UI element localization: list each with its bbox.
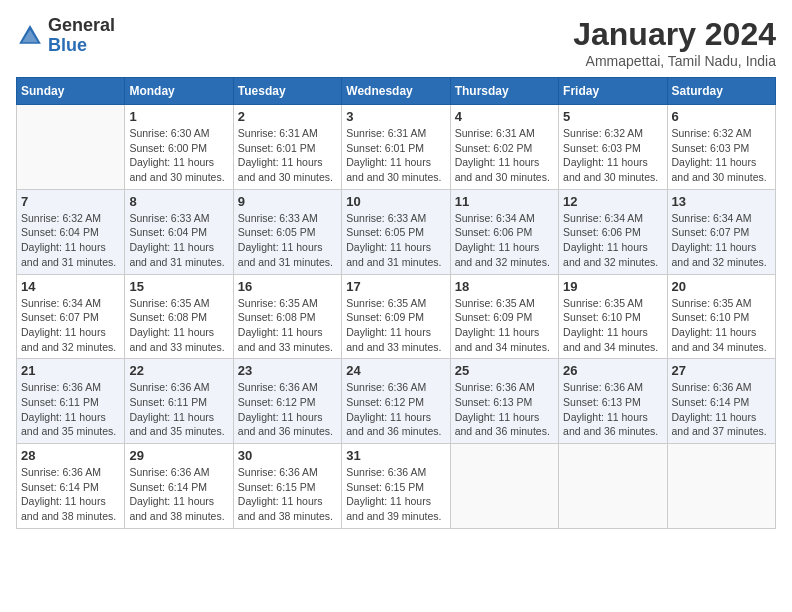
sunset-text: Sunset: 6:04 PM [21,226,99,238]
table-row: 22Sunrise: 6:36 AMSunset: 6:11 PMDayligh… [125,359,233,444]
day-number: 31 [346,448,445,463]
sunrise-text: Sunrise: 6:34 AM [21,297,101,309]
daylight-minutes-text: and and 30 minutes. [455,171,550,183]
daylight-minutes-text: and and 31 minutes. [129,256,224,268]
daylight-minutes-text: and and 30 minutes. [672,171,767,183]
daylight-minutes-text: and and 37 minutes. [672,425,767,437]
sunset-text: Sunset: 6:03 PM [563,142,641,154]
table-row [667,444,775,529]
table-row: 18Sunrise: 6:35 AMSunset: 6:09 PMDayligh… [450,274,558,359]
daylight-minutes-text: and and 35 minutes. [129,425,224,437]
day-number: 5 [563,109,662,124]
table-row: 15Sunrise: 6:35 AMSunset: 6:08 PMDayligh… [125,274,233,359]
sunset-text: Sunset: 6:15 PM [238,481,316,493]
sunrise-text: Sunrise: 6:36 AM [129,381,209,393]
day-info: Sunrise: 6:35 AMSunset: 6:10 PMDaylight:… [563,296,662,355]
daylight-hours-text: Daylight: 11 hours [238,326,323,338]
sunset-text: Sunset: 6:13 PM [455,396,533,408]
day-number: 20 [672,279,771,294]
day-number: 2 [238,109,337,124]
table-row: 26Sunrise: 6:36 AMSunset: 6:13 PMDayligh… [559,359,667,444]
daylight-hours-text: Daylight: 11 hours [346,411,431,423]
daylight-hours-text: Daylight: 11 hours [455,156,540,168]
day-info: Sunrise: 6:33 AMSunset: 6:05 PMDaylight:… [346,211,445,270]
sunrise-text: Sunrise: 6:36 AM [129,466,209,478]
sunrise-text: Sunrise: 6:34 AM [455,212,535,224]
table-row: 9Sunrise: 6:33 AMSunset: 6:05 PMDaylight… [233,189,341,274]
calendar-week-row: 21Sunrise: 6:36 AMSunset: 6:11 PMDayligh… [17,359,776,444]
day-info: Sunrise: 6:34 AMSunset: 6:07 PMDaylight:… [672,211,771,270]
daylight-hours-text: Daylight: 11 hours [346,241,431,253]
daylight-minutes-text: and and 32 minutes. [563,256,658,268]
day-info: Sunrise: 6:31 AMSunset: 6:01 PMDaylight:… [346,126,445,185]
day-number: 10 [346,194,445,209]
sunset-text: Sunset: 6:09 PM [346,311,424,323]
daylight-minutes-text: and and 36 minutes. [346,425,441,437]
sunrise-text: Sunrise: 6:35 AM [455,297,535,309]
calendar-week-row: 14Sunrise: 6:34 AMSunset: 6:07 PMDayligh… [17,274,776,359]
daylight-minutes-text: and and 33 minutes. [129,341,224,353]
daylight-minutes-text: and and 32 minutes. [455,256,550,268]
daylight-hours-text: Daylight: 11 hours [21,495,106,507]
daylight-minutes-text: and and 32 minutes. [21,341,116,353]
daylight-hours-text: Daylight: 11 hours [563,411,648,423]
sunset-text: Sunset: 6:07 PM [672,226,750,238]
sunrise-text: Sunrise: 6:31 AM [455,127,535,139]
daylight-hours-text: Daylight: 11 hours [455,411,540,423]
day-number: 3 [346,109,445,124]
day-number: 26 [563,363,662,378]
table-row: 10Sunrise: 6:33 AMSunset: 6:05 PMDayligh… [342,189,450,274]
day-number: 13 [672,194,771,209]
daylight-hours-text: Daylight: 11 hours [238,156,323,168]
sunset-text: Sunset: 6:14 PM [672,396,750,408]
sunrise-text: Sunrise: 6:36 AM [21,466,101,478]
daylight-minutes-text: and and 31 minutes. [346,256,441,268]
sunrise-text: Sunrise: 6:33 AM [129,212,209,224]
sunset-text: Sunset: 6:11 PM [129,396,207,408]
sunset-text: Sunset: 6:00 PM [129,142,207,154]
daylight-minutes-text: and and 36 minutes. [238,425,333,437]
table-row: 5Sunrise: 6:32 AMSunset: 6:03 PMDaylight… [559,105,667,190]
day-info: Sunrise: 6:36 AMSunset: 6:15 PMDaylight:… [238,465,337,524]
day-number: 9 [238,194,337,209]
day-number: 8 [129,194,228,209]
daylight-hours-text: Daylight: 11 hours [129,495,214,507]
sunrise-text: Sunrise: 6:36 AM [238,466,318,478]
day-info: Sunrise: 6:36 AMSunset: 6:12 PMDaylight:… [238,380,337,439]
daylight-hours-text: Daylight: 11 hours [563,156,648,168]
day-info: Sunrise: 6:32 AMSunset: 6:04 PMDaylight:… [21,211,120,270]
sunset-text: Sunset: 6:10 PM [672,311,750,323]
sunset-text: Sunset: 6:05 PM [346,226,424,238]
sunrise-text: Sunrise: 6:30 AM [129,127,209,139]
sunrise-text: Sunrise: 6:34 AM [563,212,643,224]
sunrise-text: Sunrise: 6:35 AM [672,297,752,309]
day-info: Sunrise: 6:36 AMSunset: 6:14 PMDaylight:… [129,465,228,524]
sunrise-text: Sunrise: 6:34 AM [672,212,752,224]
sunset-text: Sunset: 6:04 PM [129,226,207,238]
sunset-text: Sunset: 6:03 PM [672,142,750,154]
sunrise-text: Sunrise: 6:35 AM [346,297,426,309]
day-info: Sunrise: 6:31 AMSunset: 6:02 PMDaylight:… [455,126,554,185]
calendar-header-row: Sunday Monday Tuesday Wednesday Thursday… [17,78,776,105]
sunset-text: Sunset: 6:09 PM [455,311,533,323]
sunrise-text: Sunrise: 6:31 AM [238,127,318,139]
day-info: Sunrise: 6:34 AMSunset: 6:07 PMDaylight:… [21,296,120,355]
col-tuesday: Tuesday [233,78,341,105]
table-row: 20Sunrise: 6:35 AMSunset: 6:10 PMDayligh… [667,274,775,359]
sunrise-text: Sunrise: 6:36 AM [21,381,101,393]
day-info: Sunrise: 6:36 AMSunset: 6:15 PMDaylight:… [346,465,445,524]
sunset-text: Sunset: 6:01 PM [238,142,316,154]
table-row: 29Sunrise: 6:36 AMSunset: 6:14 PMDayligh… [125,444,233,529]
sunset-text: Sunset: 6:06 PM [455,226,533,238]
day-info: Sunrise: 6:34 AMSunset: 6:06 PMDaylight:… [455,211,554,270]
day-number: 15 [129,279,228,294]
col-friday: Friday [559,78,667,105]
table-row [450,444,558,529]
day-info: Sunrise: 6:36 AMSunset: 6:13 PMDaylight:… [455,380,554,439]
day-number: 24 [346,363,445,378]
table-row: 7Sunrise: 6:32 AMSunset: 6:04 PMDaylight… [17,189,125,274]
col-monday: Monday [125,78,233,105]
daylight-hours-text: Daylight: 11 hours [563,326,648,338]
logo-general: General [48,15,115,35]
table-row: 13Sunrise: 6:34 AMSunset: 6:07 PMDayligh… [667,189,775,274]
